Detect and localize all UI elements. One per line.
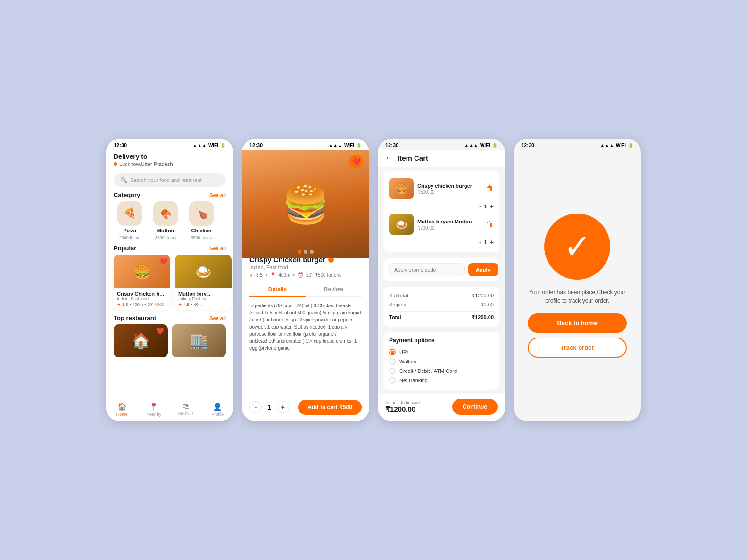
sep2: •: [144, 302, 146, 307]
status-bar-4: 12:30 ▲▲▲ WiFi 🔋: [514, 139, 641, 150]
tab-details[interactable]: Details: [249, 282, 306, 297]
order-actions: Back to home Track order: [523, 313, 631, 358]
promo-input[interactable]: [389, 263, 465, 276]
apply-button[interactable]: Apply: [468, 263, 498, 276]
food-detail-card: Crispy Chicken burger Indian, Fast food …: [242, 249, 369, 395]
add-to-cart-button[interactable]: Add to cart ₹500: [298, 400, 362, 415]
cart-item-burger-img: 🍔: [389, 178, 414, 199]
category-chicken-count: 3590 Items: [191, 235, 212, 240]
subtotal-value: ₹1200.00: [472, 293, 494, 299]
battery-icon-3: 🔋: [492, 143, 498, 148]
continue-button[interactable]: Continue: [452, 399, 498, 415]
category-title: Category: [114, 191, 140, 198]
battery-icon-4: 🔋: [628, 143, 633, 148]
popular-section-header: Popular See all: [106, 245, 233, 255]
payment-title: Payment options: [389, 337, 494, 344]
qty-value: 1: [267, 404, 271, 411]
radio-card: [389, 368, 396, 374]
price-summary: Subtotal ₹1200.00 Shiping ₹0.00 Total ₹1…: [383, 287, 499, 327]
phone-order-success: 12:30 ▲▲▲ WiFi 🔋 ✓ Your order has been p…: [514, 139, 641, 421]
status-icons-1: ▲▲▲ WiFi 🔋: [192, 143, 226, 148]
nav-nearby[interactable]: 📍 Near by: [142, 402, 166, 417]
payment-wallets[interactable]: Wallets: [389, 357, 494, 366]
payment-upi[interactable]: UPI: [389, 347, 494, 357]
cart-item-burger-controls: 🗑: [486, 184, 494, 193]
add-to-cart-bar: - 1 + Add to cart ₹500: [242, 395, 369, 421]
restaurant-img-2: 🏬: [172, 324, 226, 357]
radio-upi: [389, 349, 396, 355]
category-mutton-img: 🍖: [153, 201, 178, 226]
qty-minus-btn[interactable]: -: [249, 401, 262, 413]
delete-biryani-icon[interactable]: 🗑: [486, 220, 494, 229]
shiping-label: Shiping: [389, 302, 407, 308]
category-chicken-img: 🍗: [189, 201, 214, 226]
status-icons-3: ▲▲▲ WiFi 🔋: [464, 143, 498, 148]
success-text: Your order has been place,Check your pro…: [523, 288, 631, 305]
biryani-qty-minus[interactable]: -: [479, 239, 481, 246]
burger-qty-val: 1: [484, 204, 487, 209]
burger-qty-minus[interactable]: -: [479, 203, 481, 210]
wifi-icon: WiFi: [208, 143, 218, 148]
food-card-biryani-body: Mutton biry... Indian, Fast foo... ★ 4.5…: [175, 288, 232, 310]
food-card-biryani[interactable]: 🍛 Mutton biry... Indian, Fast foo... ★ 4…: [175, 255, 232, 310]
subtotal-label: Subtotal: [389, 293, 408, 299]
qty-plus-btn[interactable]: +: [277, 401, 289, 413]
tab-review[interactable]: Review: [306, 282, 362, 296]
restaurant-row: 🏠 ❤️ 🏬: [106, 324, 233, 362]
restaurant-thumb-1[interactable]: 🏠 ❤️: [114, 324, 168, 357]
cart-amount-info: Amount to be paid ₹1200.00: [385, 400, 420, 413]
food-card-burger-name: Crispy Chicken burger: [117, 291, 167, 296]
status-bar-2: 12:30 ▲▲▲ WiFi 🔋: [242, 139, 369, 150]
back-arrow-icon[interactable]: ←: [385, 154, 393, 162]
payment-netbanking[interactable]: Net Banking: [389, 376, 494, 385]
restaurant-see-all[interactable]: See all: [209, 315, 226, 321]
payment-card[interactable]: Credit / Debit / ATM Card: [389, 366, 494, 376]
shiping-value: ₹0.00: [481, 302, 494, 308]
cart-item-burger-info: Crispy chicken burger ₹500.00: [417, 183, 482, 195]
category-pizza-name: Pizza: [123, 228, 136, 233]
nav-profile[interactable]: 👤 Profile: [206, 402, 229, 417]
battery-icon: 🔋: [220, 143, 226, 148]
radio-wallets: [389, 358, 396, 365]
biryani-rating: 4.5: [183, 302, 190, 307]
signal-icon: ▲▲▲: [192, 143, 207, 148]
wifi-icon-2: WiFi: [344, 143, 354, 148]
detail-rating: 3.5: [256, 272, 263, 278]
delete-burger-icon[interactable]: 🗑: [486, 184, 494, 193]
restaurant-img-1: 🏠 ❤️: [114, 324, 168, 357]
time-2: 12:30: [249, 142, 263, 148]
category-pizza[interactable]: 🍕 Pizza 2640 Items: [114, 201, 146, 240]
category-pizza-count: 2640 Items: [119, 235, 141, 240]
nav-mycart-label: My Cart: [178, 412, 193, 416]
phone-detail: 12:30 ▲▲▲ WiFi 🔋 🍔 ❤️ Crispy Chicken bur…: [242, 139, 369, 421]
food-card-burger[interactable]: 🍔 ❤️ Crispy Chicken burger Indian, Fast …: [114, 255, 170, 310]
restaurant-title: Top restaurant: [114, 314, 156, 321]
promo-section: Apply: [383, 258, 499, 281]
popular-see-all[interactable]: See all: [209, 246, 226, 251]
cart-item-biryani-name: Mutton biryani Mutton: [417, 219, 482, 224]
phone-home: 12:30 ▲▲▲ WiFi 🔋 Delivery to Lucknow,Utt…: [106, 139, 233, 421]
amount-label: Amount to be paid: [385, 400, 420, 405]
category-chicken[interactable]: 🍗 Chicken 3590 Items: [185, 201, 217, 240]
category-pizza-img: 🍕: [117, 201, 142, 226]
search-bar[interactable]: 🔍 Search your food and resturant: [114, 173, 226, 187]
popular-scroll: 🍔 ❤️ Crispy Chicken burger Indian, Fast …: [106, 255, 233, 314]
amount-value: ₹1200.00: [385, 405, 420, 413]
biryani-qty-row: - 1 +: [389, 238, 494, 247]
cart-header: ← Item Cart: [378, 150, 505, 167]
food-card-biryani-img: 🍛: [175, 255, 232, 288]
nav-home[interactable]: 🏠 Home: [110, 402, 134, 417]
nav-mycart[interactable]: 🛍 My Cart: [174, 402, 198, 417]
burger-qty-plus[interactable]: +: [490, 203, 494, 210]
food-detail-meta: ★ 3.5 • 📍 400m • ⏰ 20' ₹500 for one: [249, 272, 362, 278]
restaurant-thumb-2[interactable]: 🏬: [172, 324, 226, 357]
cart-item-burger-price: ₹500.00: [417, 189, 482, 195]
biryani-qty-plus[interactable]: +: [490, 239, 494, 246]
category-mutton[interactable]: 🍖 Mutton 3590 Items: [149, 201, 182, 240]
category-see-all[interactable]: See all: [209, 192, 226, 198]
bottom-nav: 🏠 Home 📍 Near by 🛍 My Cart 👤 Profile: [106, 398, 233, 421]
shiping-row: Shiping ₹0.00: [389, 300, 494, 309]
back-home-button[interactable]: Back to home: [528, 313, 627, 333]
track-order-button[interactable]: Track order: [528, 338, 627, 358]
food-hero-badge: ❤️: [349, 155, 363, 168]
